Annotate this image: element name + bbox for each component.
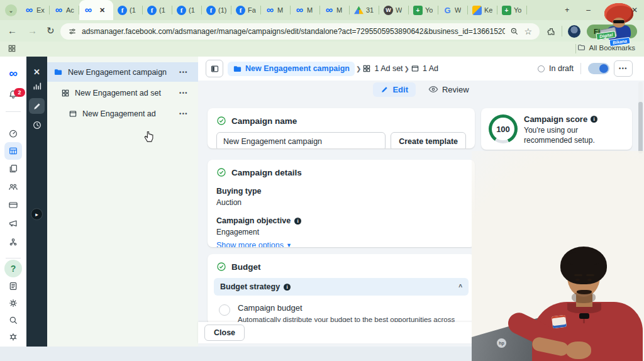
browser-tab[interactable]: ∞Ex [20,0,50,20]
close-button[interactable]: Close [204,325,245,341]
browser-tab[interactable]: f(1) [202,0,231,20]
tab-label: (1) [218,6,226,14]
tab-review[interactable]: Review [428,84,469,94]
campaign-name-input[interactable] [216,132,386,148]
url-text: adsmanager.facebook.com/adsmanager/manag… [82,27,505,36]
ads-manager-sidebar: ∞? [0,57,26,347]
forward-button[interactable]: → [28,25,37,36]
apps-grid-icon[interactable] [8,44,16,53]
score-value: 100 [492,118,514,140]
back-button[interactable]: ← [8,25,17,36]
sidebar-item-ads[interactable] [0,214,26,232]
expand-rail-button[interactable]: ▸ [31,208,43,220]
score-title: Campaign score [524,114,587,124]
tree-item[interactable]: New Engagement ad set••• [47,83,198,103]
browser-tab[interactable]: +Yo [497,0,527,20]
edit-rail: ✕ [26,57,47,347]
site-settings-icon[interactable] [68,27,77,36]
budget-strategy-header[interactable]: Budget strategy i ^ [214,278,469,296]
view-tabs: Edit Review [198,81,644,98]
tree-item-more-button[interactable]: ••• [179,69,188,75]
sidebar-item-account-overview[interactable] [0,125,26,142]
tab-label: Yo [425,6,433,14]
rail-item-edit-mode[interactable] [29,98,45,114]
breadcrumb-separator: ❯ [404,65,409,72]
sidebar-item-search[interactable] [0,311,26,329]
browser-tab[interactable]: 31 [350,0,379,20]
browser-tab[interactable]: f(1 [143,0,172,20]
publish-toggle[interactable] [588,63,609,74]
tab-search-chevron-icon[interactable]: ⌄ [5,4,17,16]
folder-icon [233,64,242,74]
reload-button[interactable]: ↻ [47,25,55,36]
toolbar-divider [562,26,562,36]
search-icon [8,315,18,325]
browser-tab[interactable]: ∞M [261,0,291,20]
tab-edit[interactable]: Edit [373,82,416,97]
assets-icon [8,237,18,247]
browser-tab[interactable]: ∞Ac [50,0,79,20]
browser-tab[interactable]: f(1 [113,0,143,20]
campaign-budget-radio[interactable] [219,304,230,316]
extensions-icon[interactable] [547,27,556,36]
sidebar-item-help[interactable]: ? [0,260,26,277]
create-template-button[interactable]: Create template [391,132,466,148]
info-icon[interactable]: i [591,116,597,123]
scrollbar-thumb[interactable] [638,102,643,153]
budget-title: Budget [231,262,261,272]
sidebar-item-campaigns[interactable] [0,142,26,160]
in-draft-label: In draft [549,64,574,73]
tree-item-more-button[interactable]: ••• [179,90,188,96]
browser-tab[interactable]: +Yo [409,0,438,20]
breadcrumb-item[interactable]: 1 Ad [411,64,438,73]
show-more-options-link[interactable]: Show more options▼ [216,241,466,247]
google-tab-icon: G [443,6,452,15]
tab-close-icon[interactable]: ✕ [99,6,105,14]
browser-tab[interactable]: WW [379,0,409,20]
breadcrumb-item[interactable]: 1 Ad set [362,64,402,73]
breadcrumb-item[interactable]: New Engagement campaign [228,62,355,76]
tree-item-more-button[interactable]: ••• [179,111,188,117]
breadcrumb-label: 1 Ad [423,64,438,73]
browser-tab-active[interactable]: ∞✕ [79,0,113,20]
sidebar-item-reporting[interactable] [0,277,26,295]
browser-tab[interactable]: Ke [468,0,497,20]
tab-label: M [277,6,283,14]
url-bar[interactable]: adsmanager.facebook.com/adsmanager/manag… [60,23,540,40]
collapse-chevron-icon[interactable]: ^ [458,284,462,291]
info-icon[interactable]: i [294,218,301,225]
sidebar-item-meta-logo[interactable]: ∞ [0,64,26,82]
sidebar-item-pages[interactable] [0,160,26,177]
info-icon[interactable]: i [284,284,291,291]
profile-avatar[interactable] [568,25,580,38]
browser-tab[interactable]: f(1 [172,0,202,20]
sidebar-item-settings[interactable] [0,294,26,312]
new-tab-button[interactable]: + [565,6,569,14]
tree-item[interactable]: New Engagement ad••• [47,104,198,123]
sidebar-item-report-problem[interactable] [0,328,26,345]
adset-icon [61,89,70,97]
gear-icon [8,298,18,308]
folder-icon [577,43,586,52]
browser-tab[interactable]: GW [438,0,468,20]
breadcrumb: New Engagement campaign❯1 Ad set❯1 Ad [228,62,438,76]
browser-tab[interactable]: fFa [231,0,261,20]
rail-item-history[interactable] [29,117,45,133]
sidebar-item-audiences[interactable] [0,178,26,196]
header-more-button[interactable]: ••• [614,60,633,77]
sidebar-item-billing[interactable] [0,196,26,214]
minimize-button[interactable]: – [586,6,591,14]
panel-icon [210,64,219,74]
tree-item[interactable]: New Engagement campaign••• [47,62,198,82]
rail-item-performance-chart[interactable] [29,78,45,94]
browser-tab[interactable]: ∞M [291,0,320,20]
zoom-icon[interactable] [510,27,519,36]
tab-label: (1 [159,6,165,14]
breadcrumb-label: 1 Ad set [374,64,402,73]
toggle-panel-button[interactable] [206,60,223,77]
browser-tab[interactable]: ∞M [320,0,350,20]
clock-icon [32,120,42,130]
sidebar-item-business-assets[interactable] [0,233,26,251]
megaphone-icon [8,218,18,228]
bookmark-star-icon[interactable]: ☆ [524,26,532,36]
